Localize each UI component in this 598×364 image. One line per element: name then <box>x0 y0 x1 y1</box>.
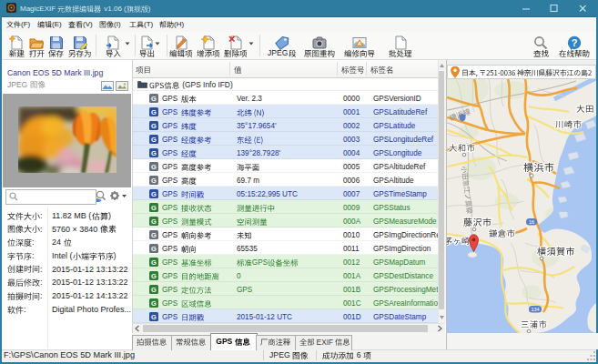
svg-text:G: G <box>151 271 157 279</box>
svg-text:G: G <box>151 94 157 102</box>
svg-text:G: G <box>151 298 157 307</box>
svg-text:G: G <box>151 285 157 293</box>
svg-text:134: 134 <box>531 307 539 312</box>
svg-text:G: G <box>151 121 157 129</box>
svg-text:16: 16 <box>529 219 534 225</box>
svg-text:?: ? <box>572 37 578 48</box>
svg-text:G: G <box>151 162 157 170</box>
svg-text:G: G <box>151 217 157 225</box>
svg-text:A: A <box>358 41 361 46</box>
svg-text:G: G <box>151 135 157 143</box>
svg-text:G: G <box>151 176 157 184</box>
svg-text:G: G <box>151 189 157 197</box>
svg-text:G: G <box>151 258 157 266</box>
svg-text:G: G <box>151 148 157 157</box>
svg-text:G: G <box>151 107 157 116</box>
svg-text:G: G <box>151 203 157 211</box>
svg-text:G: G <box>151 312 157 320</box>
svg-text:G: G <box>151 244 157 252</box>
svg-text:G: G <box>151 230 157 238</box>
